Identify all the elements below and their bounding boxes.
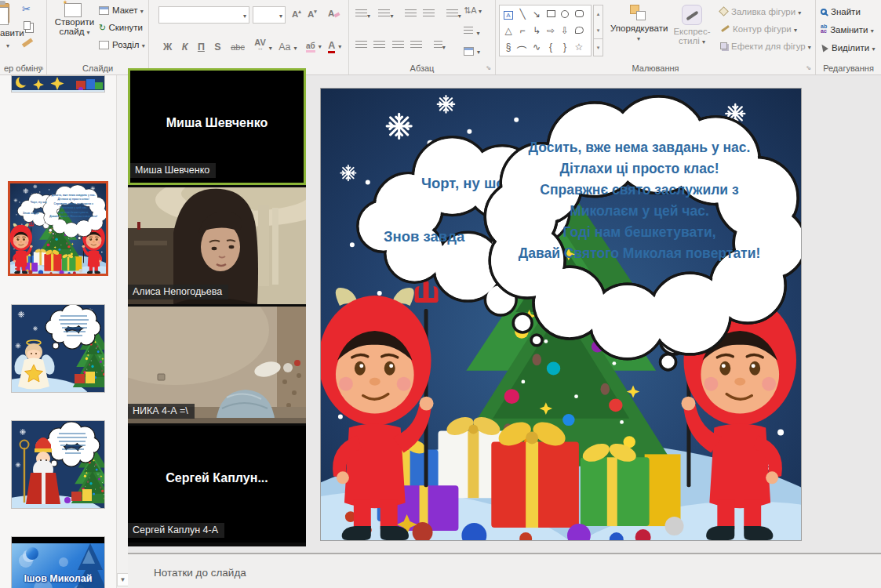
participant-tile-2[interactable]: Алиса Непогодьева <box>128 187 306 304</box>
notes-pane[interactable]: Нотатки до слайда <box>128 553 881 588</box>
shape-scribble-icon[interactable]: § <box>501 39 515 55</box>
change-case-button[interactable]: Aa <box>278 42 290 53</box>
slide-thumbnail-3[interactable] <box>11 304 105 393</box>
shape-curve-icon[interactable]: ∿ <box>530 39 544 55</box>
slide-thumbnail-1[interactable] <box>11 75 105 93</box>
shape-elbow-icon[interactable]: ⌐ <box>515 23 530 38</box>
zoom-participants-panel[interactable]: Миша Шевченко Миша Шевченко <box>128 68 306 546</box>
clipboard-dialog-launcher[interactable]: ⇘ <box>38 64 44 71</box>
replace-icon: abac <box>821 24 827 34</box>
line-spacing-icon[interactable] <box>446 9 458 18</box>
participant-tile-4[interactable]: Сергей Каплун... Сергей Каплун 4-А <box>128 426 306 543</box>
find-button[interactable]: Знайти <box>821 7 861 16</box>
shape-rectangle-icon[interactable] <box>547 10 555 17</box>
align-center-icon[interactable] <box>373 41 385 49</box>
paragraph-group-label: Абзац <box>349 64 495 73</box>
shape-down-arrow-icon[interactable]: ⇩ <box>558 23 572 38</box>
clear-formatting-button[interactable]: A <box>328 9 340 18</box>
shape-oval-icon[interactable] <box>561 10 569 18</box>
select-button[interactable]: Виділити ▾ <box>821 43 875 53</box>
shrink-font-button[interactable]: A▾ <box>308 9 317 19</box>
cut-icon[interactable]: ✂ <box>22 3 31 15</box>
shapes-scroll-up[interactable]: ▴ <box>594 5 603 22</box>
participant-display-name: Миша Шевченко <box>130 116 304 130</box>
thumbnails-scroll-down[interactable]: ▼ <box>117 573 129 586</box>
slide-thumbnail-5[interactable]: Ішов Миколай <box>11 536 105 588</box>
participant-tile-1[interactable]: Миша Шевченко Миша Шевченко <box>128 68 306 185</box>
shape-rounded-rectangle-icon[interactable] <box>575 10 584 17</box>
font-size-combobox[interactable]: ▾ <box>253 6 286 24</box>
paste-caret-icon[interactable]: ▾ <box>6 42 9 49</box>
shape-fill-icon <box>719 6 729 16</box>
new-slide-icon <box>64 3 82 17</box>
justify-icon[interactable] <box>410 41 422 49</box>
reset-button[interactable]: ↻ Скинути <box>99 23 143 33</box>
font-color-button[interactable]: A <box>328 40 335 53</box>
align-left-icon[interactable] <box>355 41 367 49</box>
new-slide-button[interactable]: Створити слайд ▾ <box>52 3 97 36</box>
shape-textbox-icon[interactable]: A <box>504 11 513 20</box>
strikethrough-button[interactable]: abc <box>231 42 245 52</box>
smartart-convert-button[interactable]: ▾ <box>464 43 480 57</box>
drawing-dialog-launcher[interactable]: ⇘ <box>806 64 811 71</box>
shape-triangle-icon[interactable]: △ <box>501 23 515 38</box>
shape-outline-button[interactable]: Контур фігури ▾ <box>720 24 797 34</box>
participant-tile-3[interactable]: НИКА 4-А =\ <box>128 307 306 423</box>
thumbnails-scrollbar[interactable]: ▼ <box>116 75 128 588</box>
align-right-icon[interactable] <box>392 41 404 49</box>
grow-font-button[interactable]: A▴ <box>292 9 301 19</box>
text-direction-button[interactable]: ⇅A ▾ <box>464 5 482 16</box>
paste-button[interactable]: авити <box>0 28 24 38</box>
increase-indent-icon[interactable] <box>423 9 435 18</box>
arrange-button[interactable]: Упорядкувати▾ <box>610 5 667 42</box>
shapes-gallery[interactable]: A╲↘ △⌐↳⇨⇩ §(∿{}☆ <box>499 5 592 56</box>
underline-button[interactable]: П <box>198 42 205 53</box>
shape-line-icon[interactable]: ╲ <box>515 6 530 22</box>
replace-button[interactable]: abacЗамінити ▾ <box>821 24 874 34</box>
quick-styles-button[interactable]: Експрес-стилі ▾ <box>670 5 714 45</box>
bold-button[interactable]: Ж <box>163 42 172 53</box>
shape-arc-icon[interactable]: ( <box>515 39 530 55</box>
speech-bubble-right-text[interactable]: Досить, вже нема завдань у нас. Дітлахи … <box>495 137 784 264</box>
find-icon <box>821 9 827 15</box>
shapes-more-button[interactable]: ▾ <box>594 38 603 55</box>
shape-elbow-arrow-icon[interactable]: ↳ <box>530 23 544 38</box>
format-painter-icon[interactable] <box>22 38 33 47</box>
shape-outline-icon <box>720 24 730 32</box>
notes-placeholder[interactable]: Нотатки до слайда <box>154 567 246 579</box>
font-name-combobox[interactable]: ▾ <box>158 6 249 24</box>
copy-icon[interactable] <box>24 19 31 33</box>
shape-left-brace-icon[interactable]: { <box>544 39 558 55</box>
speech-bubble-left-text-2[interactable]: Знов завда <box>384 228 464 245</box>
slide-thumbnail-4[interactable] <box>11 420 105 509</box>
quick-styles-icon <box>682 5 702 25</box>
shape-fill-button[interactable]: Заливка фігури ▾ <box>720 7 801 16</box>
shapes-scroll-down[interactable]: ▾ <box>594 22 603 38</box>
participant-display-name: Сергей Каплун... <box>128 471 306 485</box>
reset-icon: ↻ <box>99 23 106 32</box>
shape-effects-button[interactable]: Ефекти для фігур ▾ <box>720 42 811 51</box>
slide-canvas[interactable]: Чорт, ну шо Знов завда Досить, вже нема … <box>320 88 802 541</box>
bullets-icon[interactable] <box>355 9 367 18</box>
shape-right-arrow-icon[interactable]: ⇨ <box>544 23 558 38</box>
layout-icon <box>99 6 109 15</box>
italic-button[interactable]: К <box>182 42 188 53</box>
layout-button[interactable]: Макет ▾ <box>99 5 144 15</box>
slide-thumbnail-2-selected[interactable]: Чорт, ну шо Знов завда Досить, вже нема … <box>8 181 108 276</box>
numbering-icon[interactable] <box>378 9 390 18</box>
shape-callout-icon[interactable] <box>572 23 586 38</box>
shape-star-icon[interactable]: ☆ <box>572 39 586 55</box>
text-shadow-button[interactable]: S <box>214 42 220 53</box>
shape-arrow-icon[interactable]: ↘ <box>530 6 544 22</box>
paste-icon[interactable] <box>0 2 13 25</box>
drawing-group-label: Малювання <box>496 64 815 73</box>
speech-bubble-left-text-1[interactable]: Чорт, ну шо <box>421 175 505 192</box>
paragraph-dialog-launcher[interactable]: ⇘ <box>486 64 491 71</box>
highlight-color-button[interactable]: аб <box>306 42 315 53</box>
shape-right-brace-icon[interactable]: } <box>558 39 572 55</box>
align-text-button[interactable]: ▾ <box>464 24 479 38</box>
character-spacing-button[interactable]: AV↔ <box>254 38 265 49</box>
section-button[interactable]: Розділ ▾ <box>99 40 145 49</box>
decrease-indent-icon[interactable] <box>405 9 417 18</box>
columns-icon[interactable] <box>434 41 442 49</box>
